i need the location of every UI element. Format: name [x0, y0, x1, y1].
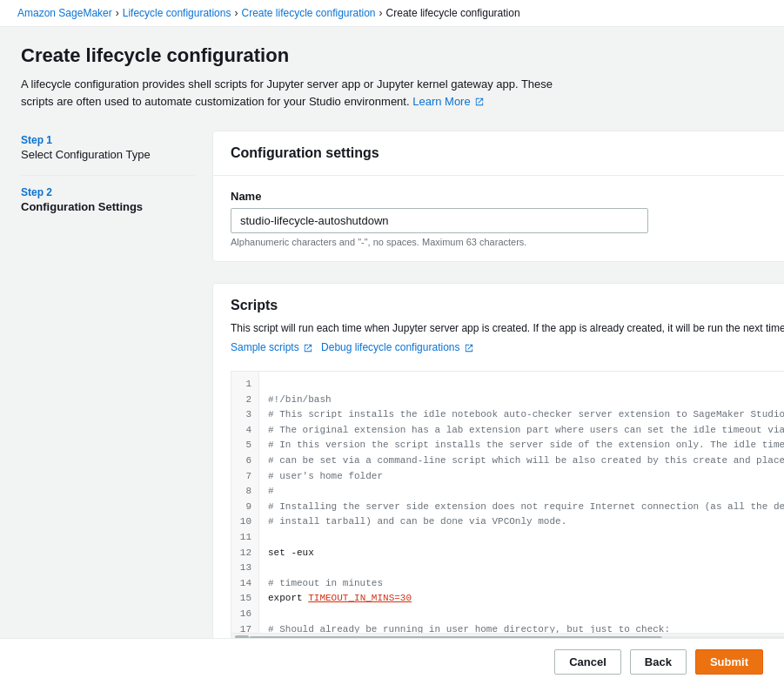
config-section-title: Configuration settings — [231, 145, 784, 161]
step2: Step 2 Configuration Settings — [21, 186, 195, 213]
page-title: Create lifecycle configuration — [21, 44, 763, 67]
code-editor-wrapper: 12345 678910 1112131415 1617181920 21222… — [231, 371, 784, 644]
sample-scripts-external-icon — [304, 344, 312, 353]
step1-label: Step 1 — [21, 134, 195, 146]
right-panel: Configuration settings Name Alphanumeric… — [212, 131, 784, 685]
name-label: Name — [231, 190, 784, 203]
scripts-panel: Scripts This script will run each time w… — [212, 283, 784, 662]
config-panel-body: Name Alphanumeric characters and "-", no… — [213, 176, 784, 261]
breadcrumb: Amazon SageMaker › Lifecycle configurati… — [0, 0, 784, 27]
external-link-icon — [475, 97, 484, 106]
sidebar: Step 1 Select Configuration Type Step 2 … — [21, 131, 195, 685]
breadcrumb-lifecycle-configs[interactable]: Lifecycle configurations — [123, 7, 231, 19]
step2-title: Configuration Settings — [21, 200, 195, 213]
debug-link[interactable]: Debug lifecycle configurations — [321, 341, 459, 353]
scripts-description: This script will run each time when Jupy… — [231, 320, 784, 336]
breadcrumb-sagemaker[interactable]: Amazon SageMaker — [17, 7, 112, 19]
submit-button[interactable]: Submit — [695, 649, 763, 675]
breadcrumb-current: Create lifecycle configuration — [386, 7, 520, 19]
page-description: A lifecycle configuration provides shell… — [21, 76, 578, 110]
name-hint: Alphanumeric characters and "-", no spac… — [231, 237, 784, 247]
back-button[interactable]: Back — [630, 649, 687, 675]
scripts-header: Scripts This script will run each time w… — [213, 284, 784, 362]
breadcrumb-create-1[interactable]: Create lifecycle configuration — [241, 7, 375, 19]
code-editor[interactable]: 12345 678910 1112131415 1617181920 21222… — [231, 372, 784, 633]
configuration-panel: Configuration settings Name Alphanumeric… — [212, 131, 784, 262]
footer-bar: Cancel Back Submit — [0, 638, 784, 685]
learn-more-link[interactable]: Learn More — [412, 95, 470, 108]
config-panel-header: Configuration settings — [213, 131, 784, 176]
step1: Step 1 Select Configuration Type — [21, 134, 195, 161]
step1-title: Select Configuration Type — [21, 148, 195, 161]
line-numbers: 12345 678910 1112131415 1617181920 21222… — [231, 372, 259, 633]
sidebar-divider — [21, 175, 195, 176]
sample-scripts-link[interactable]: Sample scripts — [231, 341, 299, 353]
code-content[interactable]: #!/bin/bash # This script installs the i… — [259, 372, 784, 633]
step2-label: Step 2 — [21, 186, 195, 198]
debug-external-icon — [465, 344, 473, 353]
scripts-title: Scripts — [231, 298, 784, 313]
scripts-links: Sample scripts Debug lifecycle configura… — [231, 341, 784, 353]
cancel-button[interactable]: Cancel — [554, 649, 621, 675]
name-input[interactable] — [231, 208, 648, 233]
